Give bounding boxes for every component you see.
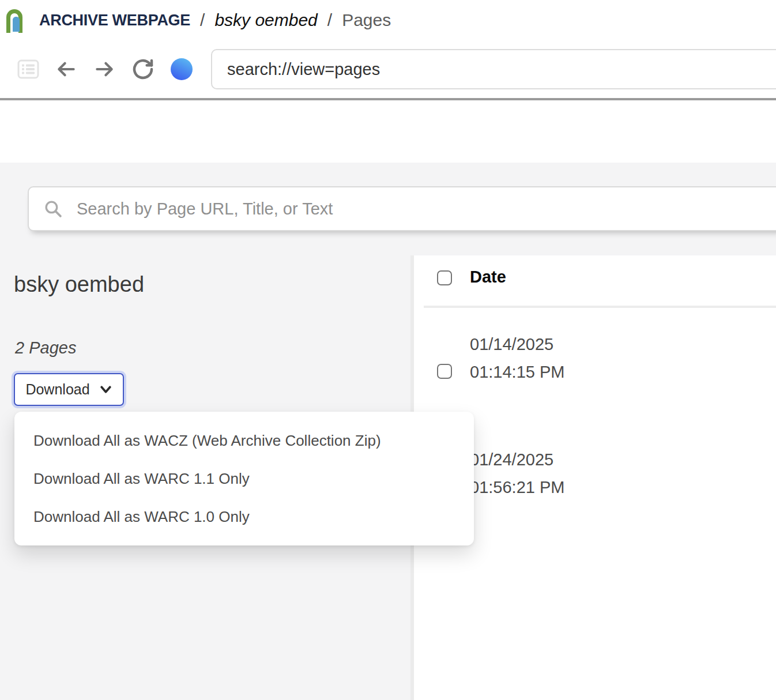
menu-item-download-wacz[interactable]: Download All as WACZ (Web Archive Collec… [14, 421, 474, 460]
breadcrumb-separator: / [327, 10, 332, 30]
pages-list-icon[interactable] [17, 59, 39, 79]
collection-title: bsky oembed [14, 272, 144, 297]
refresh-icon[interactable] [131, 58, 155, 81]
search-icon [44, 200, 63, 219]
select-all-checkbox[interactable] [437, 270, 452, 285]
page-row-checkbox[interactable] [437, 364, 452, 379]
chevron-down-icon [99, 383, 112, 396]
browser-toolbar [0, 40, 776, 100]
forward-icon[interactable] [93, 58, 115, 80]
app-header: ARCHIVE WEBPAGE / bsky oembed / Pages [0, 0, 776, 40]
breadcrumb-section-pages: Pages [342, 10, 391, 30]
page-search-input[interactable] [77, 200, 770, 219]
menu-item-download-warc11[interactable]: Download All as WARC 1.1 Only [14, 460, 474, 498]
date-column-header[interactable]: Date [470, 268, 506, 287]
archive-webpage-logo-icon [6, 7, 31, 36]
url-input[interactable] [227, 60, 768, 79]
url-bar[interactable] [211, 49, 776, 89]
page-row-date[interactable]: 01/24/2025 [470, 450, 553, 469]
content-area: bsky oembed 2 Pages Download Date 01/14/… [0, 163, 776, 700]
menu-item-download-warc10[interactable]: Download All as WARC 1.0 Only [14, 498, 474, 536]
download-button[interactable]: Download [14, 373, 124, 406]
logo-inner-arch [13, 17, 20, 32]
page-row-time[interactable]: 01:56:21 PM [470, 477, 564, 497]
download-dropdown-menu: Download All as WACZ (Web Archive Collec… [14, 412, 474, 545]
breadcrumb-separator: / [200, 10, 205, 30]
page-row-time[interactable]: 01:14:15 PM [470, 362, 564, 382]
breadcrumb-collection-name[interactable]: bsky oembed [214, 10, 317, 30]
page-search-bar[interactable] [28, 186, 776, 231]
back-icon[interactable] [55, 58, 77, 80]
page-row-date[interactable]: 01/14/2025 [470, 334, 553, 354]
app-title: ARCHIVE WEBPAGE [39, 12, 190, 29]
download-button-label: Download [25, 381, 89, 398]
table-header-underline [424, 306, 776, 308]
page-count-label: 2 Pages [15, 338, 76, 357]
record-indicator-icon[interactable] [171, 58, 193, 80]
